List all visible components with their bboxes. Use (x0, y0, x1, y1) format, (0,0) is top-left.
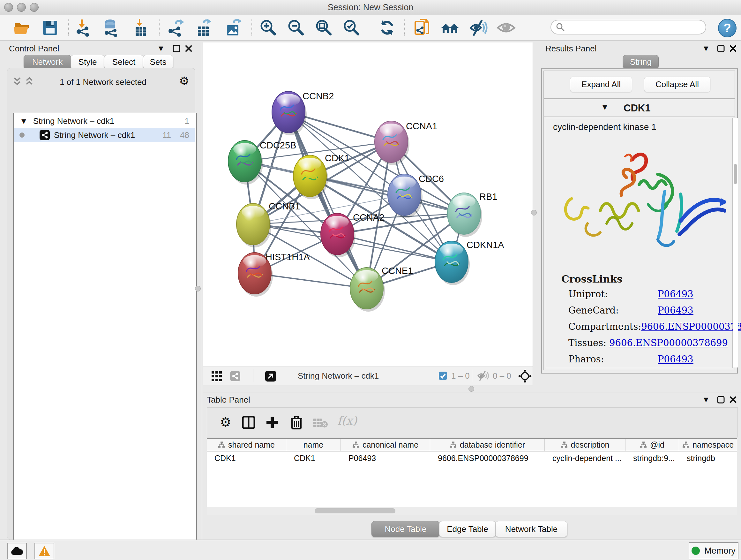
network-view-canvas[interactable]: CCNB2CCNA1CDC25BCDK1CDC6RB1CCNB1CCNA2CDK… (203, 43, 533, 367)
help-button[interactable]: ? (718, 19, 737, 37)
document-share-icon[interactable] (413, 18, 432, 37)
crosslink-row: Uniprot:P06493 (568, 289, 728, 300)
table-cell[interactable]: 9606.ENSP00000378699 (430, 451, 545, 465)
eye-hidden-icon[interactable] (469, 18, 488, 37)
column-header-description[interactable]: description (545, 439, 625, 451)
table-panel-close-icon[interactable] (729, 395, 737, 404)
results-panel-float-icon[interactable] (717, 44, 725, 53)
results-scrollbar-track[interactable] (733, 118, 738, 368)
zoom-in-icon[interactable] (259, 18, 278, 37)
crosslink-value-link[interactable]: P06493 (658, 305, 693, 316)
show-columns-icon[interactable] (242, 415, 256, 429)
network-node-cdkn1a[interactable] (435, 241, 470, 285)
cloud-button[interactable] (7, 543, 27, 559)
table-panel-menu-icon[interactable]: ▼ (704, 396, 709, 403)
network-node-cdc6[interactable] (388, 174, 422, 218)
grid-view-icon[interactable] (211, 371, 222, 381)
column-header-namespace[interactable]: namespace (679, 439, 737, 451)
horizontal-splitter-handle[interactable] (468, 386, 474, 392)
results-panel-menu-icon[interactable]: ▼ (704, 45, 709, 52)
network-node-cdk1[interactable] (293, 155, 328, 199)
table-options-gear-icon[interactable]: ⚙ (220, 416, 231, 428)
table-cell[interactable]: stringdb (679, 451, 737, 465)
column-header--id[interactable]: @id (625, 439, 679, 451)
expand-all-button[interactable]: Expand All (570, 77, 632, 92)
table-hscrollbar-thumb[interactable] (315, 508, 395, 513)
save-icon[interactable] (41, 18, 60, 37)
search-input[interactable] (565, 22, 694, 32)
memory-button[interactable]: Memory (689, 542, 738, 559)
results-panel-title: Results Panel (545, 44, 596, 54)
crosslink-value-link[interactable]: 9606.ENSP00000378699 (609, 337, 728, 348)
column-header-name[interactable]: name (286, 439, 341, 451)
network-node-ccna2[interactable] (321, 213, 355, 257)
warnings-button[interactable] (35, 543, 54, 559)
network-node-ccna1[interactable] (375, 121, 409, 165)
export-image-icon[interactable] (224, 18, 243, 37)
protein-collapse-icon[interactable]: ▼ (603, 104, 607, 111)
tab-edge-table[interactable]: Edge Table (439, 521, 496, 537)
tab-network[interactable]: Network (23, 55, 71, 69)
vertical-splitter-handle-right[interactable] (531, 210, 537, 215)
control-panel-float-icon[interactable] (172, 44, 181, 53)
import-network-database-icon[interactable] (102, 18, 121, 37)
houses-icon[interactable] (441, 18, 460, 37)
network-node-ccnb2[interactable] (272, 91, 307, 135)
control-panel-menu-icon[interactable]: ▼ (158, 45, 163, 52)
network-node-ccne1[interactable] (350, 267, 385, 312)
bar-separator (253, 369, 253, 382)
export-network-icon[interactable] (166, 18, 185, 37)
zoom-fit-icon[interactable] (314, 18, 333, 37)
vertical-splitter-handle[interactable] (195, 286, 201, 292)
fit-selected-crosshair-icon[interactable] (518, 369, 532, 383)
network-node-ccnb1[interactable] (237, 203, 271, 247)
open-folder-icon[interactable] (13, 18, 32, 37)
table-row[interactable]: CDK1CDK1P064939606.ENSP00000378699cyclin… (207, 451, 737, 465)
share-view-icon[interactable] (230, 371, 241, 381)
column-header-shared-name[interactable]: shared name (207, 439, 286, 451)
column-header-database-identifier[interactable]: database identifier (430, 439, 545, 451)
eye-gray-icon[interactable] (496, 18, 516, 37)
results-scrollbar-thumb[interactable] (734, 164, 737, 184)
table-cell[interactable]: CDK1 (286, 451, 341, 465)
table-cell[interactable]: P06493 (341, 451, 430, 465)
tab-node-table[interactable]: Node Table (372, 521, 440, 537)
network-options-gear-icon[interactable]: ⚙ (179, 75, 189, 87)
collection-collapse-icon[interactable]: ▼ (21, 118, 26, 125)
table-panel-float-icon[interactable] (717, 395, 725, 404)
node-label-cdc25b: CDC25B (260, 140, 296, 150)
crosslink-value-link[interactable]: P06493 (658, 289, 693, 300)
table-cell[interactable]: CDK1 (207, 451, 286, 465)
zoom-selected-icon[interactable] (342, 18, 361, 37)
tab-select[interactable]: Select (104, 55, 144, 69)
collapse-all-button[interactable]: Collapse All (644, 77, 711, 92)
add-column-icon[interactable] (265, 415, 279, 429)
import-network-file-icon[interactable] (74, 18, 93, 37)
birds-eye-view-icon[interactable] (265, 370, 276, 382)
zoom-out-icon[interactable] (286, 18, 306, 37)
table-cell[interactable]: stringdb:9... (625, 451, 679, 465)
table-cell[interactable]: cyclin-dependent ... (545, 451, 625, 465)
tab-string[interactable]: String (623, 55, 659, 69)
results-panel-close-icon[interactable] (729, 44, 737, 53)
tab-sets[interactable]: Sets (143, 55, 173, 69)
selected-checkbox-icon[interactable] (439, 371, 448, 380)
table-hscrollbar-track[interactable] (207, 507, 737, 515)
network-node-rb1[interactable] (448, 193, 482, 237)
tab-network-table[interactable]: Network Table (495, 521, 567, 537)
string-network-graph[interactable]: CCNB2CCNA1CDC25BCDK1CDC6RB1CCNB1CCNA2CDK… (203, 43, 533, 367)
crosslink-value-link[interactable]: P06493 (658, 354, 693, 365)
refresh-icon[interactable] (378, 18, 397, 37)
network-row-selected[interactable]: String Network – cdk1 11 48 (14, 128, 195, 142)
network-collection-row[interactable]: ▼ String Network – cdk1 1 (14, 114, 195, 128)
protein-section-header[interactable]: ▼ CDK1 (544, 99, 735, 117)
import-table-icon[interactable] (131, 18, 150, 37)
crosslink-value-link[interactable]: 9606.ENSP00000378699 (641, 321, 741, 332)
collapse-all-icon[interactable] (12, 77, 22, 86)
export-table-icon[interactable] (194, 18, 213, 37)
delete-column-trash-icon[interactable] (289, 415, 304, 429)
column-header-canonical-name[interactable]: canonical name (341, 439, 430, 451)
control-panel-close-icon[interactable] (185, 44, 193, 53)
expand-all-icon[interactable] (24, 77, 34, 86)
tab-style[interactable]: Style (71, 55, 105, 69)
